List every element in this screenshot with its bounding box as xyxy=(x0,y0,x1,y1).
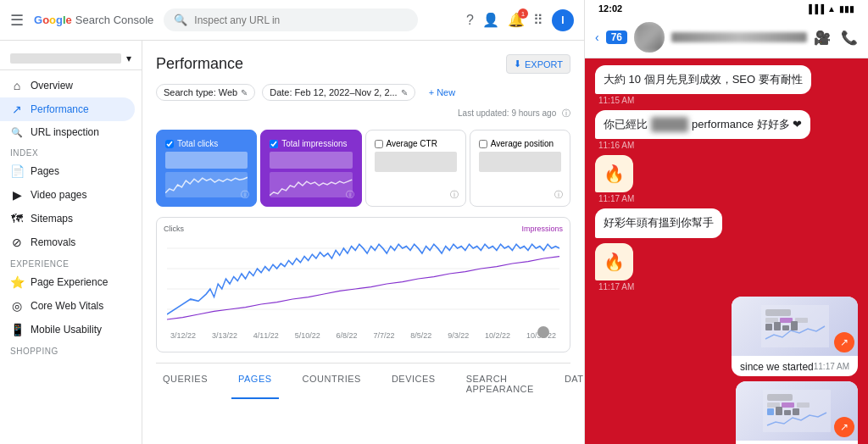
cwv-icon: ◎ xyxy=(10,299,24,313)
sidebar-item-pages[interactable]: 📄 Pages xyxy=(0,159,135,183)
chat-counter[interactable]: 76 xyxy=(606,31,627,44)
content-header: Performance ⬇ EXPORT xyxy=(156,54,570,74)
experience-section-label: Experience xyxy=(0,254,142,270)
chat-header: ‹ 76 🎥 📞 xyxy=(585,17,868,58)
clicks-sparkline xyxy=(165,172,248,197)
search-icon: 🔍 xyxy=(174,14,187,26)
notification-icon[interactable]: 🔔 1 xyxy=(508,12,525,28)
user-icon[interactable]: 👤 xyxy=(482,12,499,28)
impressions-checkbox[interactable] xyxy=(270,140,278,148)
statusbar-icons: ▐▐▐ ▲ ▮▮▮ xyxy=(806,4,854,14)
property-selector[interactable]: ▾ xyxy=(0,47,142,70)
svg-rect-7 xyxy=(780,318,793,323)
gsc-main: ▾ ⌂ Overview ↗ Performance 🔍 URL inspect… xyxy=(0,41,584,444)
sidebar-item-overview[interactable]: ⌂ Overview xyxy=(0,74,135,97)
x-label-6: 8/5/22 xyxy=(410,331,431,340)
x-label-0: 3/12/22 xyxy=(170,331,196,340)
x-label-7: 9/3/22 xyxy=(448,331,469,340)
hamburger-icon[interactable]: ☰ xyxy=(10,11,24,30)
metric-card-clicks[interactable]: Total clicks ⓘ xyxy=(156,130,257,207)
message-7: ↗ keep improving 11:17 AM xyxy=(595,381,858,444)
position-checkbox[interactable] xyxy=(479,140,487,148)
clicks-info: ⓘ xyxy=(241,189,249,201)
msg-time-5: 11:17 AM xyxy=(595,282,637,291)
topbar-icons: ? 👤 🔔 1 ⠿ I xyxy=(466,9,574,31)
svg-rect-9 xyxy=(765,324,772,330)
sidebar-item-url-inspection[interactable]: 🔍 URL inspection xyxy=(0,121,135,143)
tab-dates[interactable]: DATES xyxy=(558,370,584,399)
video-call-icon[interactable]: 🎥 xyxy=(814,30,831,46)
ctr-info: ⓘ xyxy=(450,189,459,201)
chat-statusbar: 12:02 ▐▐▐ ▲ ▮▮▮ xyxy=(585,0,868,17)
message-6: ↗ since we started 11:17 AM xyxy=(595,297,858,376)
chart-scroll-handle[interactable] xyxy=(537,326,549,338)
tab-devices[interactable]: DEVICES xyxy=(385,370,442,399)
search-input[interactable] xyxy=(194,14,408,26)
export-button[interactable]: ⬇ EXPORT xyxy=(506,54,570,74)
new-filter-button[interactable]: + New xyxy=(422,85,463,100)
metric-card-ctr[interactable]: Average CTR ⓘ xyxy=(365,130,466,207)
sidebar-item-removals[interactable]: ⊘ Removals xyxy=(0,230,135,254)
info-icon: ⓘ xyxy=(562,108,570,118)
tab-search-appearance[interactable]: SEARCH APPEARANCE xyxy=(459,370,541,399)
msg-caption-1: since we started 11:17 AM xyxy=(732,356,858,376)
clicks-value xyxy=(165,152,248,169)
msg-time-3: 11:17 AM xyxy=(595,194,637,203)
property-name xyxy=(10,53,121,64)
filter-bar: Search type: Web ✎ Date: Feb 12, 2022–No… xyxy=(156,84,570,119)
msg-image-container-2: ↗ keep improving 11:17 AM xyxy=(736,381,858,444)
sitemaps-icon: 🗺 xyxy=(10,212,24,225)
svg-rect-14 xyxy=(767,394,793,401)
impressions-value xyxy=(270,152,352,169)
sidebar-label-removals: Removals xyxy=(31,236,75,248)
video-pages-icon: ▶ xyxy=(10,188,24,202)
sidebar-item-sitemaps[interactable]: 🗺 Sitemaps xyxy=(0,207,135,230)
back-button[interactable]: ‹ xyxy=(595,31,599,44)
sidebar-item-performance[interactable]: ↗ Performance xyxy=(0,97,135,121)
metric-card-impressions[interactable]: Total impressions ⓘ xyxy=(260,130,361,207)
sidebar-item-core-web-vitals[interactable]: ◎ Core Web Vitals xyxy=(0,294,135,318)
sidebar-item-video-pages[interactable]: ▶ Video pages xyxy=(0,183,135,207)
metric-card-position[interactable]: Average position ⓘ xyxy=(470,130,570,207)
svg-rect-10 xyxy=(774,322,781,330)
x-label-3: 5/10/22 xyxy=(295,331,320,340)
message-2: 你已經比 F████ performance 好好多 ❤ 11:16 AM xyxy=(595,110,858,150)
share-icon-1[interactable]: ↗ xyxy=(834,332,854,352)
sidebar-label-performance: Performance xyxy=(31,103,89,115)
x-label-5: 7/7/22 xyxy=(373,331,394,340)
sidebar-label-pages: Pages xyxy=(31,165,59,177)
sidebar-item-page-experience[interactable]: ⭐ Page Experience xyxy=(0,270,135,294)
msg-caption-2: keep improving 11:17 AM xyxy=(736,441,858,444)
home-icon: ⌂ xyxy=(10,79,24,92)
blurred-name: F████ xyxy=(651,117,689,132)
sidebar-item-mobile-usability[interactable]: 📱 Mobile Usability xyxy=(0,318,135,341)
phone-call-icon[interactable]: 📞 xyxy=(841,30,858,46)
chat-messages: 大約 10 個月先見到成效，SEO 要有耐性 11:15 AM 你已經比 F██… xyxy=(585,58,868,444)
chart-container: Clicks Impressions 3/12/22 3 xyxy=(156,217,570,352)
chart-svg xyxy=(167,228,559,330)
tab-countries[interactable]: COUNTRIES xyxy=(296,370,368,399)
apps-icon[interactable]: ⠿ xyxy=(533,12,543,28)
chart-x-labels: 3/12/22 3/13/22 4/11/22 5/10/22 6/8/22 7… xyxy=(167,331,559,340)
clicks-checkbox[interactable] xyxy=(165,140,174,148)
gsc-topbar: ☰ Google Search Console 🔍 ? 👤 🔔 1 ⠿ I xyxy=(0,0,584,41)
search-type-filter[interactable]: Search type: Web ✎ xyxy=(156,84,255,101)
help-icon[interactable]: ? xyxy=(466,13,474,28)
contact-name xyxy=(671,32,807,42)
sidebar-label-sitemaps: Sitemaps xyxy=(31,213,73,225)
msg-time-1: 11:15 AM xyxy=(595,96,637,105)
user-avatar[interactable]: I xyxy=(552,9,574,31)
ctr-checkbox[interactable] xyxy=(375,140,383,148)
svg-rect-16 xyxy=(782,402,794,408)
msg-caption-time-1: 11:17 AM xyxy=(814,362,849,371)
message-5: 🔥 11:17 AM xyxy=(595,243,858,291)
x-label-1: 3/13/22 xyxy=(212,331,237,340)
x-label-2: 4/11/22 xyxy=(253,331,279,340)
date-filter[interactable]: Date: Feb 12, 2022–Nov 2, 2... ✎ xyxy=(262,84,415,101)
tab-pages[interactable]: PAGES xyxy=(231,370,279,399)
edit-icon-2: ✎ xyxy=(401,88,408,97)
tab-queries[interactable]: QUERIES xyxy=(156,370,214,399)
share-icon-2[interactable]: ↗ xyxy=(834,417,854,437)
y-label-left: Clicks xyxy=(164,225,184,233)
gsc-search-bar[interactable]: 🔍 xyxy=(164,8,418,31)
